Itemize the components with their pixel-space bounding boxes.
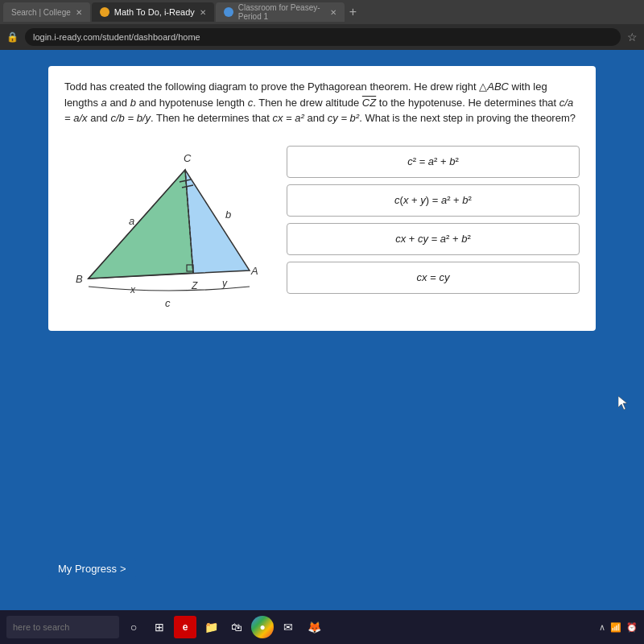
taskbar-right: ∧ 📶 ⏰ (599, 622, 638, 633)
tab-icon-classroom (224, 7, 233, 17)
tab-classroom[interactable]: Classroom for Peasey-Period 1 ✕ (216, 2, 345, 22)
my-progress-button[interactable]: My Progress > (48, 558, 136, 580)
cursor (618, 396, 628, 411)
tab-close[interactable]: ✕ (76, 8, 82, 17)
diagram-area: C B A a b x Z y (64, 138, 274, 315)
question-card: Todd has created the following diagram t… (48, 66, 596, 331)
answer-btn-4[interactable]: cx = cy (287, 262, 580, 294)
folder-icon[interactable]: 📁 (200, 616, 222, 638)
lock-icon: 🔒 (6, 31, 19, 43)
my-progress-label: My Progress (58, 563, 117, 575)
svg-text:c: c (165, 297, 171, 309)
svg-text:C: C (184, 152, 192, 164)
tab-bar: Search | College ✕ Math To Do, i-Ready ✕… (0, 0, 644, 24)
taskbar: ○ ⊞ e 📁 🛍 ● ✉ 🦊 ∧ 📶 ⏰ (0, 610, 644, 644)
tab-label: Search | College (11, 8, 71, 17)
svg-text:x: x (130, 284, 136, 295)
my-progress-arrow: > (120, 563, 126, 575)
star-icon[interactable]: ☆ (627, 31, 638, 43)
svg-text:Z: Z (191, 280, 198, 291)
store-icon[interactable]: 🛍 (225, 616, 248, 638)
answer-btn-1[interactable]: c² = a² + b² (287, 146, 580, 178)
answer-choices: c² = a² + b² c(x + y) = a² + b² cx + cy … (287, 146, 580, 294)
answer-btn-2[interactable]: c(x + y) = a² + b² (287, 184, 580, 217)
taskbar-wifi[interactable]: 📶 (610, 622, 621, 633)
svg-text:B: B (76, 273, 83, 285)
svg-marker-1 (89, 170, 193, 279)
mail-icon[interactable]: ✉ (277, 616, 299, 638)
new-tab-button[interactable]: + (349, 5, 357, 19)
browser-chrome: Search | College ✕ Math To Do, i-Ready ✕… (0, 0, 644, 50)
taskview-icon[interactable]: ⊞ (148, 616, 171, 638)
my-progress-bar: My Progress > (48, 558, 136, 580)
diagram-svg: C B A a b x Z y (64, 138, 274, 315)
svg-text:A: A (250, 265, 258, 277)
svg-marker-15 (618, 396, 627, 410)
question-text: Todd has created the following diagram t… (64, 79, 580, 126)
tab-icon-math (100, 7, 109, 17)
main-content: Todd has created the following diagram t… (0, 50, 644, 610)
address-bar: 🔒 ☆ (0, 24, 644, 50)
tab-search[interactable]: Search | College ✕ (3, 2, 90, 22)
tab-math[interactable]: Math To Do, i-Ready ✕ (92, 2, 214, 22)
taskbar-search-input[interactable] (6, 616, 119, 638)
svg-text:a: a (129, 215, 134, 227)
tab-label-classroom: Classroom for Peasey-Period 1 (238, 3, 325, 21)
svg-text:b: b (225, 208, 231, 221)
tab-close-math[interactable]: ✕ (200, 8, 206, 17)
question-body: C B A a b x Z y (64, 138, 580, 315)
taskbar-up-arrow[interactable]: ∧ (599, 622, 605, 633)
answer-btn-3[interactable]: cx + cy = a² + b² (287, 223, 580, 255)
search-button[interactable]: ○ (122, 616, 145, 638)
taskbar-clock: ⏰ (626, 622, 638, 633)
address-input[interactable] (25, 28, 621, 46)
app-icon[interactable]: 🦊 (303, 616, 325, 638)
edge-icon[interactable]: e (174, 616, 196, 638)
svg-text:y: y (221, 278, 228, 289)
tab-close-classroom[interactable]: ✕ (330, 8, 336, 17)
chrome-icon[interactable]: ● (251, 616, 274, 638)
tab-label-math: Math To Do, i-Ready (114, 7, 195, 17)
